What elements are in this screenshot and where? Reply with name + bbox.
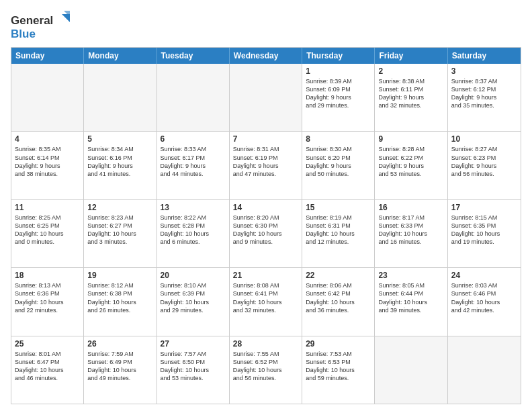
day-number: 15: [306, 203, 371, 212]
day-number: 13: [161, 203, 226, 212]
cal-cell: 22Sunrise: 8:06 AM Sunset: 6:42 PM Dayli…: [302, 268, 375, 335]
day-info: Sunrise: 7:59 AM Sunset: 6:49 PM Dayligh…: [87, 350, 152, 383]
day-number: 2: [378, 66, 443, 76]
cal-cell: [230, 64, 302, 131]
cal-cell: 29Sunrise: 7:53 AM Sunset: 6:53 PM Dayli…: [302, 336, 375, 404]
day-number: 18: [15, 271, 80, 280]
day-number: 16: [378, 203, 443, 212]
day-header-sunday: Sunday: [11, 48, 84, 64]
day-info: Sunrise: 8:13 AM Sunset: 6:36 PM Dayligh…: [15, 281, 80, 314]
day-info: Sunrise: 8:28 AM Sunset: 6:22 PM Dayligh…: [378, 145, 443, 178]
day-info: Sunrise: 8:20 AM Sunset: 6:30 PM Dayligh…: [233, 214, 298, 246]
week-row-1: 4Sunrise: 8:35 AM Sunset: 6:14 PM Daylig…: [11, 132, 521, 199]
day-info: Sunrise: 7:53 AM Sunset: 6:53 PM Dayligh…: [306, 350, 371, 383]
day-number: 11: [15, 203, 80, 212]
day-number: 5: [87, 134, 152, 144]
cal-cell: 28Sunrise: 7:55 AM Sunset: 6:52 PM Dayli…: [230, 336, 302, 404]
cal-cell: 5Sunrise: 8:34 AM Sunset: 6:16 PM Daylig…: [84, 132, 157, 199]
cal-cell: [11, 64, 84, 131]
cal-cell: 10Sunrise: 8:27 AM Sunset: 6:23 PM Dayli…: [448, 132, 521, 199]
cal-cell: [157, 64, 230, 131]
day-info: Sunrise: 8:06 AM Sunset: 6:42 PM Dayligh…: [306, 281, 371, 314]
day-info: Sunrise: 8:22 AM Sunset: 6:28 PM Dayligh…: [161, 214, 226, 246]
day-number: 28: [233, 339, 298, 349]
cal-cell: 13Sunrise: 8:22 AM Sunset: 6:28 PM Dayli…: [157, 200, 230, 267]
logo: General Blue: [11, 11, 71, 40]
day-header-monday: Monday: [84, 48, 157, 64]
day-number: 24: [451, 271, 517, 280]
day-number: 25: [15, 339, 80, 349]
day-info: Sunrise: 8:34 AM Sunset: 6:16 PM Dayligh…: [87, 145, 152, 178]
cal-cell: 25Sunrise: 8:01 AM Sunset: 6:47 PM Dayli…: [11, 336, 84, 404]
day-info: Sunrise: 8:01 AM Sunset: 6:47 PM Dayligh…: [15, 350, 80, 383]
page: General Blue SundayMondayTuesdayWednesda…: [0, 0, 532, 411]
cal-cell: 2Sunrise: 8:38 AM Sunset: 6:11 PM Daylig…: [375, 64, 447, 131]
cal-cell: 21Sunrise: 8:08 AM Sunset: 6:41 PM Dayli…: [230, 268, 302, 335]
cal-cell: 11Sunrise: 8:25 AM Sunset: 6:25 PM Dayli…: [11, 200, 84, 267]
cal-cell: 19Sunrise: 8:12 AM Sunset: 6:38 PM Dayli…: [84, 268, 157, 335]
day-info: Sunrise: 8:05 AM Sunset: 6:44 PM Dayligh…: [378, 281, 443, 314]
calendar-header: SundayMondayTuesdayWednesdayThursdayFrid…: [11, 48, 521, 64]
cal-cell: 20Sunrise: 8:10 AM Sunset: 6:39 PM Dayli…: [157, 268, 230, 335]
week-row-2: 11Sunrise: 8:25 AM Sunset: 6:25 PM Dayli…: [11, 200, 521, 268]
week-row-0: 1Sunrise: 8:39 AM Sunset: 6:09 PM Daylig…: [11, 64, 521, 132]
day-info: Sunrise: 8:03 AM Sunset: 6:46 PM Dayligh…: [451, 281, 517, 314]
day-number: 10: [451, 134, 517, 144]
cal-cell: 27Sunrise: 7:57 AM Sunset: 6:50 PM Dayli…: [157, 336, 230, 404]
cal-cell: 12Sunrise: 8:23 AM Sunset: 6:27 PM Dayli…: [84, 200, 157, 267]
day-number: 3: [451, 66, 517, 76]
day-header-wednesday: Wednesday: [230, 48, 302, 64]
cal-cell: 26Sunrise: 7:59 AM Sunset: 6:49 PM Dayli…: [84, 336, 157, 404]
day-number: 22: [306, 271, 371, 280]
day-number: 1: [306, 66, 371, 76]
cal-cell: [84, 64, 157, 131]
day-number: 19: [87, 271, 152, 280]
day-header-saturday: Saturday: [448, 48, 521, 64]
day-info: Sunrise: 8:33 AM Sunset: 6:17 PM Dayligh…: [161, 145, 226, 178]
day-info: Sunrise: 8:30 AM Sunset: 6:20 PM Dayligh…: [306, 145, 371, 178]
cal-cell: 8Sunrise: 8:30 AM Sunset: 6:20 PM Daylig…: [302, 132, 375, 199]
day-info: Sunrise: 8:17 AM Sunset: 6:33 PM Dayligh…: [378, 214, 443, 246]
day-info: Sunrise: 8:38 AM Sunset: 6:11 PM Dayligh…: [378, 77, 443, 110]
day-number: 21: [233, 271, 298, 280]
cal-cell: 4Sunrise: 8:35 AM Sunset: 6:14 PM Daylig…: [11, 132, 84, 199]
day-number: 6: [161, 134, 226, 144]
week-row-4: 25Sunrise: 8:01 AM Sunset: 6:47 PM Dayli…: [11, 336, 521, 404]
cal-cell: 17Sunrise: 8:15 AM Sunset: 6:35 PM Dayli…: [448, 200, 521, 267]
cal-cell: 3Sunrise: 8:37 AM Sunset: 6:12 PM Daylig…: [448, 64, 521, 131]
day-info: Sunrise: 7:55 AM Sunset: 6:52 PM Dayligh…: [233, 350, 298, 383]
day-number: 27: [161, 339, 226, 349]
calendar: SundayMondayTuesdayWednesdayThursdayFrid…: [11, 47, 521, 404]
day-info: Sunrise: 8:10 AM Sunset: 6:39 PM Dayligh…: [161, 281, 226, 314]
cal-cell: 18Sunrise: 8:13 AM Sunset: 6:36 PM Dayli…: [11, 268, 84, 335]
svg-text:Blue: Blue: [11, 28, 36, 40]
cal-cell: 14Sunrise: 8:20 AM Sunset: 6:30 PM Dayli…: [230, 200, 302, 267]
day-number: 8: [306, 134, 371, 144]
day-info: Sunrise: 8:12 AM Sunset: 6:38 PM Dayligh…: [87, 281, 152, 314]
day-info: Sunrise: 8:25 AM Sunset: 6:25 PM Dayligh…: [15, 214, 80, 246]
svg-text:General: General: [11, 14, 53, 27]
day-number: 14: [233, 203, 298, 212]
cal-cell: 16Sunrise: 8:17 AM Sunset: 6:33 PM Dayli…: [375, 200, 447, 267]
day-number: 17: [451, 203, 517, 212]
cal-cell: 6Sunrise: 8:33 AM Sunset: 6:17 PM Daylig…: [157, 132, 230, 199]
day-info: Sunrise: 7:57 AM Sunset: 6:50 PM Dayligh…: [161, 350, 226, 383]
day-info: Sunrise: 8:15 AM Sunset: 6:35 PM Dayligh…: [451, 214, 517, 246]
day-number: 4: [15, 134, 80, 144]
day-number: 23: [378, 271, 443, 280]
day-number: 12: [87, 203, 152, 212]
calendar-body: 1Sunrise: 8:39 AM Sunset: 6:09 PM Daylig…: [11, 64, 521, 404]
day-info: Sunrise: 8:23 AM Sunset: 6:27 PM Dayligh…: [87, 214, 152, 246]
day-info: Sunrise: 8:27 AM Sunset: 6:23 PM Dayligh…: [451, 145, 517, 178]
day-number: 20: [161, 271, 226, 280]
day-info: Sunrise: 8:08 AM Sunset: 6:41 PM Dayligh…: [233, 281, 298, 314]
day-number: 29: [306, 339, 371, 349]
logo-svg: General Blue: [11, 11, 71, 40]
cal-cell: 24Sunrise: 8:03 AM Sunset: 6:46 PM Dayli…: [448, 268, 521, 335]
week-row-3: 18Sunrise: 8:13 AM Sunset: 6:36 PM Dayli…: [11, 268, 521, 336]
cal-cell: 7Sunrise: 8:31 AM Sunset: 6:19 PM Daylig…: [230, 132, 302, 199]
day-info: Sunrise: 8:37 AM Sunset: 6:12 PM Dayligh…: [451, 77, 517, 110]
cal-cell: [375, 336, 447, 404]
day-info: Sunrise: 8:31 AM Sunset: 6:19 PM Dayligh…: [233, 145, 298, 178]
cal-cell: 23Sunrise: 8:05 AM Sunset: 6:44 PM Dayli…: [375, 268, 447, 335]
